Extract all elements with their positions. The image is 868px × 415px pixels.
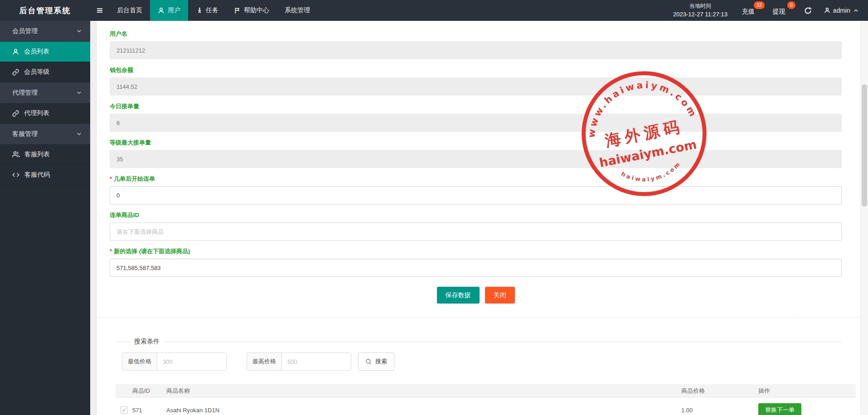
required-asterisk: * bbox=[110, 248, 112, 255]
form-field-wallet-balance: 钱包余额 bbox=[110, 66, 842, 96]
sidebar-item-agent-list[interactable]: 代理列表 bbox=[0, 103, 90, 124]
column-header: 商品价格 bbox=[681, 387, 758, 395]
form-actions: 保存数据 关闭 bbox=[110, 287, 842, 304]
sidebar-item-service-list[interactable]: 客服列表 bbox=[0, 145, 90, 165]
cell-product-id: 571 bbox=[132, 407, 166, 414]
nav-item-home[interactable]: 后台首页 bbox=[109, 0, 150, 21]
top-navbar: 后台管理系统 后台首页 用户 任务 帮助中心 系统管理 当地时间 2023-12… bbox=[0, 0, 868, 21]
username: admin bbox=[833, 7, 850, 14]
flag-icon bbox=[234, 7, 241, 14]
link-icon bbox=[12, 69, 19, 76]
local-time-value: 2023-12-27 11:27:13 bbox=[673, 10, 727, 19]
field-label: 用户名 bbox=[110, 30, 127, 37]
min-price-input[interactable] bbox=[157, 353, 226, 370]
field-label: 等级最大接单量 bbox=[110, 139, 151, 146]
chevron-down-icon bbox=[76, 131, 82, 137]
sidebar-item-member-list[interactable]: 会员列表 bbox=[0, 42, 90, 62]
cell-product-name: Asahi Ryokan 1D1N bbox=[166, 407, 681, 414]
link-icon bbox=[12, 110, 19, 117]
recharge-badge: 32 bbox=[754, 1, 765, 9]
max-orders-input[interactable] bbox=[110, 150, 842, 168]
cell-product-price: 1.00 bbox=[681, 407, 758, 414]
refresh-icon bbox=[804, 7, 812, 14]
field-label: 几单后开始连单 bbox=[114, 175, 155, 182]
local-time: 当地时间 2023-12-27 11:27:13 bbox=[665, 0, 736, 21]
save-button[interactable]: 保存数据 bbox=[437, 287, 480, 304]
sidebar-toggle-button[interactable] bbox=[90, 0, 109, 21]
combo-start-input[interactable] bbox=[110, 186, 842, 204]
withdraw-badge: 0 bbox=[787, 1, 795, 9]
field-label: 今日接单量 bbox=[110, 103, 139, 110]
chevron-down-icon bbox=[76, 90, 82, 96]
table-row: ✓ 571 Asahi Ryokan 1D1N 1.00 替换下一单 bbox=[116, 398, 856, 415]
row-checkbox[interactable]: ✓ bbox=[121, 406, 128, 414]
main-content: 用户名 钱包余额 今日接单量 等级最大接单量 *几单后开始连单 连单商品ID *… bbox=[90, 21, 868, 415]
person-icon bbox=[12, 48, 19, 55]
sidebar-item-member-level[interactable]: 会员等级 bbox=[0, 62, 90, 82]
sidebar-group-member-mgmt[interactable]: 会员管理 bbox=[0, 21, 90, 42]
nav-item-tasks[interactable]: 任务 bbox=[188, 0, 226, 21]
local-time-label: 当地时间 bbox=[673, 2, 727, 10]
check-icon: ✓ bbox=[122, 407, 126, 413]
form-field-today-orders: 今日接单量 bbox=[110, 102, 842, 132]
replace-next-order-button[interactable]: 替换下一单 bbox=[758, 403, 801, 415]
vertical-scrollbar bbox=[860, 21, 868, 415]
navbar-right: 当地时间 2023-12-27 11:27:13 充值 32 提现 0 admi… bbox=[665, 0, 868, 21]
scrollbar-thumb[interactable] bbox=[862, 84, 867, 207]
users-icon bbox=[12, 151, 19, 158]
section-divider bbox=[97, 317, 860, 318]
form-field-combo-product-id: 连单商品ID bbox=[110, 211, 842, 241]
products-table: 商品ID 商品名称 商品价格 操作 ✓ 571 Asahi Ryokan 1D1… bbox=[116, 384, 856, 415]
min-price-label: 最低价格 bbox=[122, 353, 157, 370]
min-price-group: 最低价格 bbox=[122, 352, 227, 371]
field-label: 新的选择 (请在下面选择商品) bbox=[114, 248, 190, 255]
close-button[interactable]: 关闭 bbox=[485, 287, 515, 304]
search-panel: 搜索条件 最低价格 最高价格 搜索 bbox=[116, 338, 842, 371]
field-label: 连单商品ID bbox=[110, 212, 139, 218]
search-panel-title: 搜索条件 bbox=[130, 338, 164, 346]
sidebar-group-agent-mgmt[interactable]: 代理管理 bbox=[0, 82, 90, 103]
max-price-label: 最高价格 bbox=[247, 353, 282, 370]
search-button[interactable]: 搜索 bbox=[358, 352, 394, 371]
withdraw-button[interactable]: 提现 0 bbox=[766, 0, 797, 21]
refresh-button[interactable] bbox=[797, 0, 819, 21]
combo-product-id-input[interactable] bbox=[110, 222, 842, 241]
form-field-max-orders: 等级最大接单量 bbox=[110, 139, 842, 168]
nav-item-help[interactable]: 帮助中心 bbox=[226, 0, 277, 21]
table-header: 商品ID 商品名称 商品价格 操作 bbox=[116, 384, 856, 398]
sidebar-item-service-code[interactable]: 客服代码 bbox=[0, 165, 90, 185]
recharge-button[interactable]: 充值 32 bbox=[736, 0, 766, 21]
max-price-input[interactable] bbox=[282, 353, 351, 370]
column-header: 商品ID bbox=[132, 387, 166, 395]
user-menu[interactable]: admin bbox=[819, 0, 868, 21]
today-orders-input[interactable] bbox=[110, 114, 842, 132]
new-selection-input[interactable] bbox=[110, 259, 842, 277]
walking-person-icon bbox=[196, 7, 203, 14]
column-header: 商品名称 bbox=[166, 387, 681, 395]
required-asterisk: * bbox=[110, 175, 112, 182]
username-input[interactable] bbox=[110, 41, 842, 59]
sidebar: 会员管理 会员列表 会员等级 代理管理 代理列表 客服管理 bbox=[0, 21, 90, 415]
content-card: 用户名 钱包余额 今日接单量 等级最大接单量 *几单后开始连单 连单商品ID *… bbox=[97, 21, 860, 415]
code-icon bbox=[12, 171, 19, 179]
app-title: 后台管理系统 bbox=[0, 0, 90, 21]
nav-item-users[interactable]: 用户 bbox=[150, 0, 188, 21]
person-icon bbox=[824, 7, 830, 14]
hamburger-icon bbox=[96, 7, 103, 14]
max-price-group: 最高价格 bbox=[247, 352, 351, 371]
form-field-username: 用户名 bbox=[110, 30, 842, 59]
wallet-balance-input[interactable] bbox=[110, 77, 842, 96]
nav-item-system[interactable]: 系统管理 bbox=[277, 0, 318, 21]
form-field-combo-start: *几单后开始连单 bbox=[110, 175, 842, 204]
search-icon bbox=[365, 358, 372, 365]
field-label: 钱包余额 bbox=[110, 67, 133, 73]
chevron-up-icon bbox=[853, 8, 859, 14]
form-field-new-selection: *新的选择 (请在下面选择商品) bbox=[110, 247, 842, 277]
person-icon bbox=[158, 7, 165, 14]
chevron-down-icon bbox=[76, 28, 82, 34]
column-header: 操作 bbox=[758, 387, 856, 395]
sidebar-group-service-mgmt[interactable]: 客服管理 bbox=[0, 124, 90, 145]
